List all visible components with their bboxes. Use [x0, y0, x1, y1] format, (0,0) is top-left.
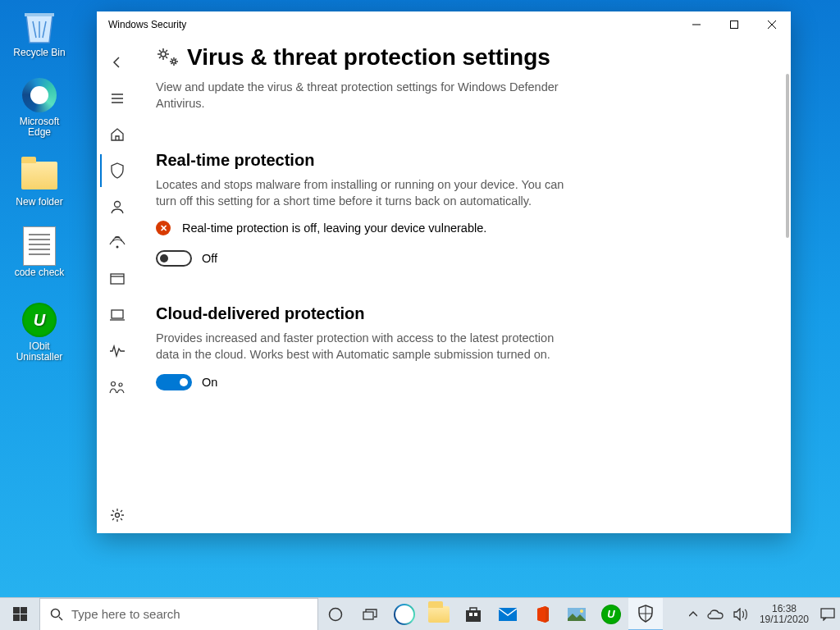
- tray-overflow[interactable]: [684, 598, 702, 631]
- desktop-icon-label: code check: [15, 267, 65, 278]
- section-heading-cloud: Cloud-delivered protection: [156, 304, 758, 323]
- section-desc-rtp: Locates and stops malware from installin…: [156, 176, 566, 209]
- svg-rect-16: [363, 612, 373, 619]
- svg-point-7: [116, 514, 120, 518]
- toggle-rtp[interactable]: [156, 250, 192, 267]
- svg-point-14: [52, 609, 60, 617]
- edge-icon: [20, 75, 59, 115]
- nav-account-protection[interactable]: [100, 190, 133, 223]
- nav-app-browser[interactable]: [100, 262, 133, 295]
- nav-rail: [97, 38, 136, 533]
- svg-rect-18: [469, 613, 472, 616]
- desktop-icon-label: New folder: [16, 197, 62, 208]
- error-icon: ✕: [156, 221, 171, 235]
- text-file-icon: [20, 226, 59, 266]
- titlebar[interactable]: Windows Security: [97, 11, 791, 38]
- clock-date: 19/11/2020: [760, 614, 809, 625]
- nav-home[interactable]: [100, 118, 133, 151]
- taskbar: Type here to search U 16:38 19/11/2020: [0, 597, 840, 630]
- window-title: Windows Security: [108, 19, 186, 30]
- svg-point-15: [330, 608, 342, 620]
- taskbar-app-photos[interactable]: [559, 598, 594, 631]
- start-button[interactable]: [0, 598, 39, 631]
- task-view-button[interactable]: [353, 598, 387, 631]
- svg-point-6: [119, 383, 122, 386]
- desktop-icon-edge[interactable]: Microsoft Edge: [8, 75, 71, 138]
- minimize-button[interactable]: [678, 11, 715, 38]
- folder-icon: [20, 156, 59, 195]
- nav-family-options[interactable]: [100, 371, 133, 404]
- svg-rect-10: [13, 607, 20, 614]
- nav-device-security[interactable]: [100, 299, 133, 331]
- taskbar-app-security[interactable]: [628, 598, 663, 631]
- tray-onedrive[interactable]: [702, 598, 728, 631]
- search-icon: [50, 608, 63, 621]
- svg-point-1: [115, 202, 121, 208]
- page-title: Virus & threat protection settings: [156, 44, 758, 71]
- back-button[interactable]: [100, 46, 133, 79]
- desktop: Recycle Bin Microsoft Edge New folder co…: [0, 0, 840, 630]
- tray-volume[interactable]: [728, 598, 753, 631]
- tray-notifications[interactable]: [815, 598, 840, 631]
- desktop-icon-label: Microsoft Edge: [8, 116, 71, 138]
- taskbar-app-edge[interactable]: [387, 598, 422, 631]
- hamburger-button[interactable]: [100, 82, 133, 115]
- section-heading-rtp: Real-time protection: [156, 151, 758, 170]
- taskbar-app-mail[interactable]: [491, 598, 525, 631]
- svg-point-22: [580, 609, 583, 613]
- scrollbar[interactable]: [786, 74, 789, 238]
- taskbar-app-office[interactable]: [525, 598, 559, 631]
- taskbar-app-explorer[interactable]: [422, 598, 456, 631]
- svg-point-8: [161, 52, 166, 57]
- nav-settings[interactable]: [100, 499, 133, 532]
- desktop-icon-iobit[interactable]: U IObit Uninstaller: [8, 300, 71, 363]
- svg-rect-13: [21, 614, 27, 621]
- desktop-icon-code-check[interactable]: code check: [8, 226, 71, 278]
- content-area: Virus & threat protection settings View …: [136, 38, 791, 533]
- taskbar-app-iobit[interactable]: U: [594, 598, 628, 631]
- search-placeholder: Type here to search: [71, 607, 180, 621]
- svg-point-5: [112, 382, 116, 386]
- nav-firewall[interactable]: [100, 226, 133, 259]
- desktop-icon-label: Recycle Bin: [13, 48, 65, 58]
- toggle-cloud[interactable]: [156, 374, 192, 390]
- section-desc-cloud: Provides increased and faster protection…: [156, 330, 566, 363]
- clock-time: 16:38: [772, 604, 797, 614]
- warning-text: Real-time protection is off, leaving you…: [182, 221, 486, 235]
- page-subtitle: View and update the virus & threat prote…: [156, 79, 566, 112]
- search-box[interactable]: Type here to search: [39, 598, 318, 631]
- system-tray: 16:38 19/11/2020: [684, 598, 840, 631]
- desktop-icon-recycle-bin[interactable]: Recycle Bin: [8, 7, 71, 58]
- nav-device-performance[interactable]: [100, 335, 133, 368]
- svg-rect-23: [821, 609, 834, 618]
- tray-clock[interactable]: 16:38 19/11/2020: [753, 598, 815, 631]
- svg-rect-4: [112, 310, 123, 318]
- desktop-icon-new-folder[interactable]: New folder: [8, 156, 71, 208]
- cortana-button[interactable]: [318, 598, 353, 631]
- svg-rect-17: [466, 610, 481, 622]
- svg-point-2: [116, 246, 119, 249]
- warning-rtp: ✕ Real-time protection is off, leaving y…: [156, 221, 758, 235]
- recycle-bin-icon: [20, 7, 59, 46]
- toggle-rtp-label: Off: [202, 252, 217, 265]
- svg-point-9: [172, 60, 176, 63]
- desktop-icon-label: IObit Uninstaller: [8, 341, 71, 363]
- svg-rect-20: [499, 608, 517, 621]
- settings-gears-icon: [156, 47, 180, 68]
- svg-rect-0: [731, 21, 738, 29]
- toggle-cloud-label: On: [202, 376, 217, 389]
- svg-rect-3: [111, 274, 124, 284]
- svg-rect-11: [21, 607, 27, 614]
- taskbar-app-store[interactable]: [456, 598, 491, 631]
- svg-rect-19: [474, 613, 477, 616]
- windows-security-window: Windows Security: [97, 11, 791, 533]
- iobit-icon: U: [20, 300, 59, 340]
- svg-rect-12: [13, 614, 20, 621]
- maximize-button[interactable]: [715, 11, 753, 38]
- nav-virus-protection[interactable]: [100, 154, 133, 187]
- close-button[interactable]: [753, 11, 791, 38]
